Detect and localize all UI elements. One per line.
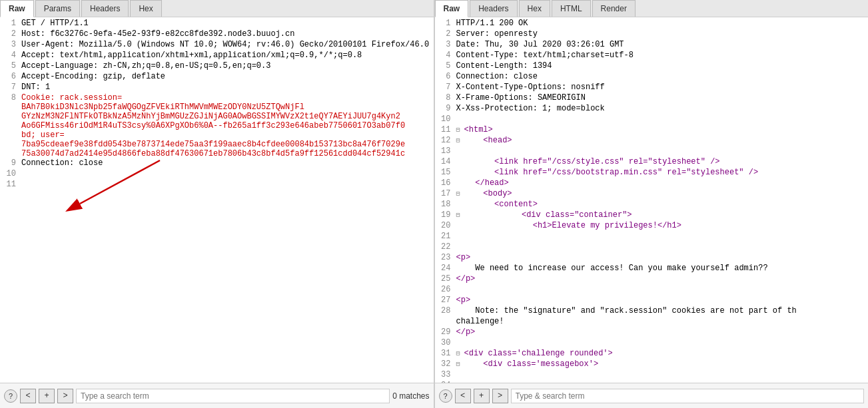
tab-hex-left[interactable]: Hex <box>130 0 161 17</box>
left-plus-button[interactable]: + <box>39 389 55 403</box>
line-number: 5 <box>438 61 456 71</box>
line-number: 24 <box>438 264 456 273</box>
table-row: 19⊟ <div class="container"> <box>435 210 869 221</box>
line-number: 25 <box>438 274 456 284</box>
table-row: 1GET / HTTP/1.1 <box>0 19 434 29</box>
table-row: 11⊟ <html> <box>435 125 869 136</box>
collapse-icon[interactable]: ⊟ <box>456 361 464 368</box>
line-number: 4 <box>3 51 21 60</box>
line-content: GET / HTTP/1.1 <box>21 19 431 28</box>
table-row: 25</p> <box>435 274 869 285</box>
table-row: 34 <box>435 381 869 383</box>
right-content-area[interactable]: 1HTTP/1.1 200 OK2Server: openresty3Date:… <box>435 17 869 383</box>
table-row: 21 <box>435 232 869 242</box>
right-plus-button[interactable]: + <box>474 389 490 403</box>
line-content: Accept-Encoding: gzip, deflate <box>21 72 431 81</box>
left-bottom-bar: ? < + > 0 matches <box>0 383 434 408</box>
table-row: 1HTTP/1.1 200 OK <box>435 19 869 29</box>
line-number: 31 <box>438 349 456 358</box>
right-next-button[interactable]: > <box>492 389 508 403</box>
table-row: 4Accept: text/html,application/xhtml+xml… <box>0 51 434 61</box>
line-number: 18 <box>438 200 456 209</box>
left-prev-button[interactable]: < <box>20 389 36 403</box>
table-row: 33 <box>435 370 869 381</box>
left-help-button[interactable]: ? <box>4 389 17 403</box>
line-number: 4 <box>438 51 456 60</box>
collapse-icon[interactable]: ⊟ <box>456 212 464 219</box>
tab-render[interactable]: Render <box>592 0 636 17</box>
left-tab-bar: Raw Params Headers Hex <box>0 0 434 17</box>
left-search-input[interactable] <box>76 389 390 403</box>
right-search-input[interactable] <box>511 389 865 403</box>
line-number: 8 <box>3 93 21 102</box>
left-pane: Raw Params Headers Hex 1GET / HTTP/1.12H… <box>0 0 434 408</box>
line-number: 27 <box>438 296 456 305</box>
tab-params[interactable]: Params <box>35 0 80 17</box>
tab-hex-right[interactable]: Hex <box>519 0 550 17</box>
collapse-icon[interactable]: ⊟ <box>456 190 464 198</box>
table-row: 18 <content> <box>435 200 869 210</box>
line-number: 30 <box>438 338 456 347</box>
line-number: 2 <box>3 29 21 39</box>
tab-headers-right[interactable]: Headers <box>470 0 517 17</box>
table-row: 8Cookie: rack.session= BAh7B0kiD3Nlc3Npb… <box>0 93 434 158</box>
line-number: 17 <box>438 189 456 198</box>
line-content: Accept-Language: zh-CN,zh;q=0.8,en-US;q=… <box>21 61 431 71</box>
line-number: 15 <box>438 168 456 177</box>
line-number: 5 <box>3 61 21 71</box>
table-row: 23<p> <box>435 253 869 264</box>
table-row: 28 Note: the "signature" and "rack.sessi… <box>435 306 869 317</box>
table-row: 8X-Frame-Options: SAMEORIGIN <box>435 93 869 104</box>
table-row: 10 <box>435 114 869 125</box>
line-number: 33 <box>438 370 456 379</box>
line-number: 11 <box>3 180 21 189</box>
table-row: 5Accept-Language: zh-CN,zh;q=0.8,en-US;q… <box>0 61 434 72</box>
table-row: 3User-Agent: Mozilla/5.0 (Windows NT 10.… <box>0 40 434 51</box>
right-content-wrapper: 1HTTP/1.1 200 OK2Server: openresty3Date:… <box>435 17 869 383</box>
table-row: 9X-Xss-Protection: 1; mode=block <box>435 104 869 114</box>
table-row: 4Content-Type: text/html;charset=utf-8 <box>435 51 869 61</box>
tab-raw-left[interactable]: Raw <box>0 0 34 17</box>
line-number: 10 <box>3 169 21 178</box>
table-row: 10 <box>0 169 434 180</box>
table-row: 16 </head> <box>435 178 869 189</box>
line-number: 10 <box>438 114 456 124</box>
table-row: 12⊟ <head> <box>435 136 869 146</box>
line-number: 19 <box>438 210 456 220</box>
left-content-area[interactable]: 1GET / HTTP/1.12Host: f6c3276c-9efa-45e2… <box>0 17 434 383</box>
line-number: 28 <box>438 306 456 315</box>
right-prev-button[interactable]: < <box>455 389 471 403</box>
table-row: 20 <h1>Elevate my privileges!</h1> <box>435 221 869 232</box>
line-number: 22 <box>438 242 456 252</box>
line-content: User-Agent: Mozilla/5.0 (Windows NT 10.0… <box>21 40 431 49</box>
table-row: 14 <link href="/css/style.css" rel="styl… <box>435 157 869 168</box>
collapse-icon[interactable]: ⊟ <box>456 350 464 357</box>
line-number: 20 <box>438 221 456 230</box>
line-number: 12 <box>438 136 456 145</box>
collapse-icon[interactable]: ⊟ <box>456 126 464 134</box>
right-help-button[interactable]: ? <box>439 389 452 403</box>
table-row: 26 <box>435 285 869 296</box>
collapse-icon[interactable]: ⊟ <box>456 137 464 144</box>
line-number: 14 <box>438 157 456 166</box>
line-content: Connection: close <box>21 158 431 168</box>
table-row: 11 <box>0 180 434 190</box>
line-content: Accept: text/html,application/xhtml+xml,… <box>21 51 431 60</box>
tab-raw-right[interactable]: Raw <box>435 0 469 17</box>
tab-headers-left[interactable]: Headers <box>81 0 129 17</box>
table-row: 5Content-Length: 1394 <box>435 61 869 72</box>
right-pane: Raw Headers Hex HTML Render 1HTTP/1.1 20… <box>435 0 869 408</box>
right-tab-bar: Raw Headers Hex HTML Render <box>435 0 869 17</box>
table-row: 15 <link href="/css/bootstrap.min.css" r… <box>435 168 869 178</box>
table-row: challenge! <box>435 317 869 327</box>
line-number: 11 <box>438 125 456 134</box>
left-next-button[interactable]: > <box>57 389 73 403</box>
left-content-wrapper: 1GET / HTTP/1.12Host: f6c3276c-9efa-45e2… <box>0 17 434 383</box>
tab-html[interactable]: HTML <box>552 0 591 17</box>
table-row: 3Date: Thu, 30 Jul 2020 03:26:01 GMT <box>435 40 869 51</box>
table-row: 13 Mixer! <box>435 146 869 157</box>
table-row: 29</p> <box>435 327 869 338</box>
line-number: 3 <box>3 40 21 49</box>
table-row: 30 <box>435 338 869 349</box>
table-row: 2Server: openresty <box>435 29 869 40</box>
